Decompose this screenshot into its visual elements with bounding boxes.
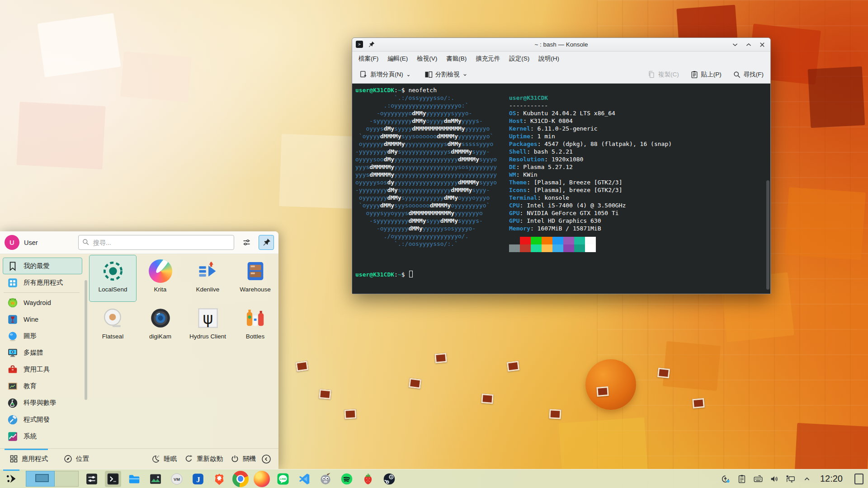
power-action-0[interactable]: zz睡眠 (147, 451, 180, 466)
taskbar-spotify-icon[interactable] (339, 471, 355, 487)
collapse-sidebar-button[interactable] (259, 452, 273, 466)
taskbar-showfoto-icon[interactable] (147, 471, 164, 487)
taskbar-vscode-icon[interactable] (296, 471, 312, 487)
menu-item-5[interactable]: 設定(S) (505, 52, 534, 65)
tray-updates-icon[interactable] (721, 474, 731, 484)
app-tile-flatseal[interactable]: Flatseal (89, 302, 137, 349)
bottles-icon (244, 306, 267, 330)
terminal-scrollbar[interactable] (766, 180, 769, 290)
digital-clock[interactable]: 12:20 (820, 474, 843, 484)
sidebar-item-1[interactable]: 所有應用程式 (3, 274, 82, 291)
toolbar: 新增分頁(N) 分割檢視 複製(C) 貼上(P) 尋找(F) (352, 66, 770, 84)
copy-button[interactable]: 複製(C) (644, 68, 682, 81)
favorites-icon (7, 260, 19, 272)
search-field-wrap (78, 235, 234, 250)
app-launcher-button[interactable] (2, 469, 21, 488)
warehouse-icon (244, 259, 267, 283)
sidebar-item-6[interactable]: 實用工具 (3, 361, 82, 378)
digikam-icon (149, 306, 172, 330)
sidebar-item-3[interactable]: Wine (3, 311, 82, 328)
app-tile-warehouse[interactable]: Warehouse (231, 255, 279, 302)
tray-keyboard-icon[interactable] (753, 474, 763, 484)
sidebar-separator (4, 292, 80, 293)
app-tile-localsend[interactable]: LocalSend (89, 255, 137, 302)
taskbar-firefox-icon[interactable] (254, 471, 270, 487)
taskbar-steam-icon[interactable] (381, 471, 397, 487)
wallpaper-polaroid (296, 361, 309, 371)
sidebar-item-10[interactable]: 系統 (3, 428, 82, 445)
maximize-button[interactable] (744, 40, 753, 49)
sidebar-item-5[interactable]: 多媒體 (3, 344, 82, 361)
sidebar-scrollbar[interactable] (85, 280, 87, 400)
menu-item-3[interactable]: 書籤(B) (442, 52, 471, 65)
power-action-2[interactable]: 關機 (226, 451, 259, 466)
chevron-down-icon (462, 72, 468, 78)
pin-launcher-button[interactable] (259, 235, 274, 250)
wallpaper-patch (663, 341, 721, 391)
wallpaper-polaroid (319, 389, 331, 399)
taskbar-strawberry-icon[interactable] (360, 471, 376, 487)
wallpaper-patch (808, 66, 865, 128)
taskbar-joplin-icon[interactable]: J (190, 471, 206, 487)
menu-item-0[interactable]: 檔案(F) (354, 52, 383, 65)
taskbar-gimp-icon[interactable] (317, 471, 334, 487)
menu-item-1[interactable]: 編輯(E) (383, 52, 412, 65)
app-tile-kdenlive[interactable]: Kdenlive (184, 255, 231, 302)
taskbar-dolphin-icon[interactable] (126, 471, 142, 487)
paste-button[interactable]: 貼上(P) (687, 68, 725, 81)
sidebar-item-2[interactable]: wWaydroid (3, 294, 82, 311)
wallpaper-polaroid (692, 398, 705, 408)
app-tile-digikam[interactable]: digiKam (137, 302, 184, 349)
menu-item-4[interactable]: 擴充元件 (471, 52, 505, 65)
menu-item-2[interactable]: 檢視(V) (412, 52, 442, 65)
taskbar-vmware-icon[interactable]: VM (169, 471, 185, 487)
utilities-icon (7, 364, 19, 375)
taskbar-system-settings-icon[interactable] (84, 471, 100, 487)
sidebar-item-8[interactable]: 科學與數學 (3, 394, 82, 411)
app-tile-hydrus-client[interactable]: ψHydrus Client (184, 302, 231, 349)
app-tile-krita[interactable]: Krita (137, 255, 184, 302)
user-name: User (24, 239, 38, 246)
footer-tab-1[interactable]: 位置 (60, 451, 93, 466)
new-tab-button[interactable]: 新增分頁(N) (356, 68, 415, 81)
taskbar-konsole-icon[interactable] (105, 471, 121, 487)
find-button[interactable]: 尋找(F) (729, 68, 767, 81)
wallpaper-polaroid (596, 386, 609, 397)
tray-volume-icon[interactable] (769, 474, 779, 484)
taskbar-chrome-icon[interactable] (232, 471, 249, 487)
show-desktop-button[interactable] (854, 474, 863, 484)
wallpaper-polaroid (434, 353, 447, 363)
split-view-button[interactable]: 分割檢視 (421, 68, 471, 81)
menu-item-6[interactable]: 說明(H) (534, 52, 564, 65)
footer-tab-0[interactable]: 應用程式 (5, 451, 52, 466)
user-avatar[interactable]: U (5, 235, 19, 250)
close-button[interactable] (758, 40, 767, 49)
pager-desktop-1[interactable] (26, 471, 55, 487)
search-input[interactable] (78, 235, 234, 250)
app-tile-bottles[interactable]: Bottles (231, 302, 279, 349)
taskbar-brave-icon[interactable] (211, 471, 227, 487)
wallpaper-patch (784, 187, 866, 260)
new-tab-icon (359, 70, 368, 79)
window-titlebar[interactable]: > ~ : bash — Konsole (352, 38, 770, 52)
sidebar-item-7[interactable]: 教育 (3, 378, 82, 394)
minimize-button[interactable] (731, 40, 740, 49)
pager-desktop-2[interactable] (55, 471, 79, 487)
virtual-desktop-pager[interactable] (26, 471, 79, 487)
shutdown-icon (230, 454, 240, 464)
taskbar-line-icon[interactable]: LINE (275, 471, 291, 487)
terminal-output-area[interactable]: user@K31CDK:~$ neofetch `.:/ossyyyysso/:… (352, 84, 770, 294)
copy-icon (647, 70, 656, 79)
sidebar-item-9[interactable]: 程式開發 (3, 411, 82, 428)
tray-clipboard-icon[interactable] (737, 474, 747, 484)
configure-button[interactable] (239, 235, 254, 250)
tray-network-icon[interactable] (786, 474, 796, 484)
wallpaper-polaroid (657, 368, 670, 379)
tray-caret-up-icon[interactable] (802, 474, 812, 484)
sidebar-item-4[interactable]: 圖形 (3, 328, 82, 344)
power-action-1[interactable]: 重新啟動 (180, 451, 226, 466)
neofetch-info: user@K31CDK-----------OS: Kubuntu 24.04.… (509, 94, 672, 252)
svg-text:w: w (10, 300, 14, 305)
svg-text:ψ: ψ (203, 310, 213, 328)
sidebar-item-0[interactable]: 我的最愛 (3, 258, 82, 274)
